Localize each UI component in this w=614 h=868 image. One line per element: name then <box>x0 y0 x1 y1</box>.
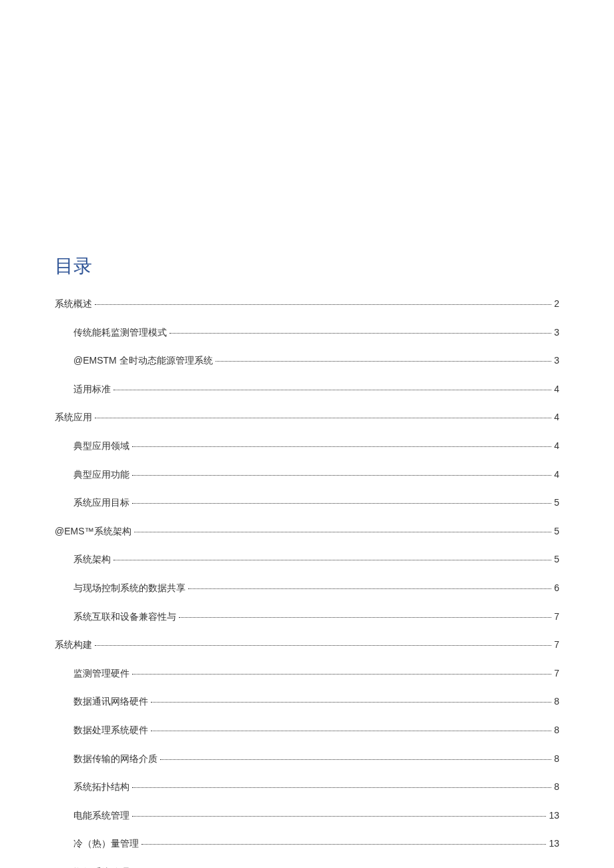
toc-entry-page: 4 <box>554 440 559 453</box>
toc-dots-leader <box>132 816 546 817</box>
toc-entry-label: 系统互联和设备兼容性与 <box>73 610 176 624</box>
toc-entry-label: 系统概述 <box>55 298 92 311</box>
toc-dots-leader <box>141 844 546 845</box>
toc-entry[interactable]: 典型应用领域4 <box>55 440 559 453</box>
toc-dots-leader <box>132 503 551 504</box>
toc-entry-page: 4 <box>554 411 559 424</box>
toc-entry-page: 8 <box>554 724 559 737</box>
toc-dots-leader <box>95 645 551 646</box>
toc-dots-leader <box>216 361 552 362</box>
toc-entry-label: 系统构建 <box>55 638 92 652</box>
toc-list: 系统概述2传统能耗监测管理模式3@EMSTM 全时动态能源管理系统3适用标准4系… <box>55 298 559 868</box>
toc-entry-page: 8 <box>554 695 559 709</box>
toc-dots-leader <box>132 674 551 675</box>
toc-entry[interactable]: 数据处理系统硬件8 <box>55 724 559 737</box>
toc-entry-page: 5 <box>554 525 559 538</box>
toc-entry-page: 13 <box>549 837 559 851</box>
toc-entry-page: 5 <box>554 553 559 566</box>
toc-entry-label: 系统应用 <box>55 411 92 424</box>
toc-dots-leader <box>170 333 551 334</box>
toc-dots-leader <box>113 560 551 560</box>
toc-entry[interactable]: @EMS™系统架构5 <box>55 525 559 538</box>
toc-entry[interactable]: 数据通讯网络硬件8 <box>55 695 559 709</box>
toc-entry-page: 6 <box>554 582 559 595</box>
toc-entry-page: 4 <box>554 383 559 396</box>
toc-entry[interactable]: 与现场控制系统的数据共享6 <box>55 582 559 595</box>
toc-dots-leader <box>151 731 551 731</box>
toc-dots-leader <box>160 759 551 760</box>
toc-entry-page: 7 <box>554 667 559 681</box>
toc-title: 目录 <box>55 254 559 279</box>
toc-entry-page: 2 <box>554 298 559 311</box>
toc-dots-leader <box>113 390 551 390</box>
toc-entry[interactable]: 传统能耗监测管理模式3 <box>55 326 559 340</box>
toc-entry[interactable]: 监测管理硬件7 <box>55 667 559 681</box>
toc-entry-page: 8 <box>554 781 559 794</box>
toc-entry[interactable]: 系统概述2 <box>55 298 559 311</box>
toc-entry-label: 与现场控制系统的数据共享 <box>73 582 186 595</box>
toc-entry-label: 监测管理硬件 <box>73 667 129 681</box>
toc-entry-label: 传统能耗监测管理模式 <box>73 326 167 340</box>
toc-dots-leader <box>179 617 551 618</box>
toc-entry[interactable]: 系统构建7 <box>55 638 559 652</box>
toc-dots-leader <box>95 418 551 418</box>
toc-entry[interactable]: 系统拓扑结构8 <box>55 781 559 794</box>
toc-dots-leader <box>95 304 551 305</box>
toc-dots-leader <box>132 787 551 788</box>
toc-entry-page: 3 <box>554 326 559 340</box>
toc-entry-label: 系统拓扑结构 <box>73 781 129 794</box>
toc-entry-page: 13 <box>549 809 559 823</box>
toc-entry-label: 系统应用目标 <box>73 496 129 510</box>
toc-entry[interactable]: 系统应用目标5 <box>55 496 559 510</box>
toc-entry-page: 3 <box>554 354 559 368</box>
toc-entry[interactable]: 冷（热）量管理13 <box>55 837 559 851</box>
toc-entry-page: 7 <box>554 638 559 652</box>
toc-entry-label: 典型应用功能 <box>73 468 129 482</box>
toc-entry-page: 7 <box>554 610 559 624</box>
toc-entry-label: 电能系统管理 <box>73 809 129 823</box>
toc-dots-leader <box>134 532 552 532</box>
toc-entry[interactable]: 系统架构5 <box>55 553 559 566</box>
toc-dots-leader <box>151 702 551 703</box>
toc-entry-label: @EMS™系统架构 <box>55 525 131 538</box>
toc-entry-label: 数据处理系统硬件 <box>73 724 148 737</box>
toc-entry[interactable]: 电能系统管理13 <box>55 809 559 823</box>
toc-entry-label: 数据通讯网络硬件 <box>73 695 148 709</box>
toc-entry-label: 数据传输的网络介质 <box>73 753 158 766</box>
toc-entry[interactable]: 系统互联和设备兼容性与7 <box>55 610 559 624</box>
toc-entry-label: 典型应用领域 <box>73 440 129 453</box>
toc-entry[interactable]: @EMSTM 全时动态能源管理系统3 <box>55 354 559 368</box>
toc-entry-page: 4 <box>554 468 559 482</box>
toc-entry[interactable]: 数据传输的网络介质8 <box>55 753 559 766</box>
toc-entry-page: 8 <box>554 753 559 766</box>
toc-dots-leader <box>132 446 551 447</box>
toc-entry-label: 冷（热）量管理 <box>73 837 139 851</box>
toc-dots-leader <box>132 475 551 476</box>
toc-entry[interactable]: 典型应用功能4 <box>55 468 559 482</box>
toc-entry-label: 系统架构 <box>73 553 111 566</box>
toc-entry-label: @EMSTM 全时动态能源管理系统 <box>73 354 213 368</box>
toc-entry-page: 5 <box>554 496 559 510</box>
toc-entry[interactable]: 系统应用4 <box>55 411 559 424</box>
toc-entry[interactable]: 适用标准4 <box>55 383 559 396</box>
toc-dots-leader <box>188 588 551 589</box>
toc-entry-label: 适用标准 <box>73 383 111 396</box>
